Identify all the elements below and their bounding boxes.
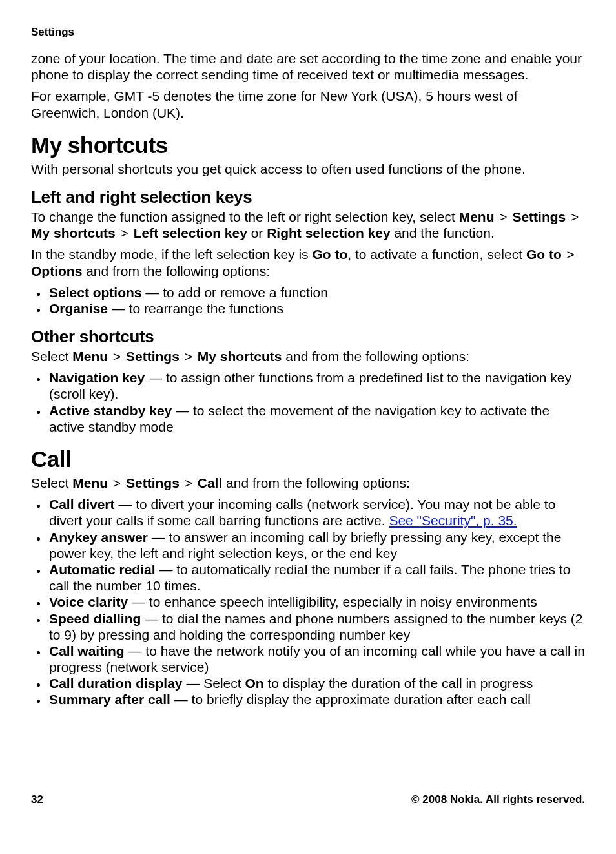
left-right-keys-list: Select options — to add or remove a func… [31,284,585,317]
option-label: Speed dialling [49,611,141,626]
page-footer: 32 © 2008 Nokia. All rights reserved. [31,793,585,806]
heading-my-shortcuts: My shortcuts [31,132,585,158]
list-item: Navigation key — to assign other functio… [48,370,585,402]
list-item: Active standby key — to select the movem… [48,402,585,435]
heading-left-right-keys: Left and right selection keys [31,187,585,207]
text: and from the following options: [82,264,270,278]
option-label: Call duration display [49,676,183,691]
list-item: Call waiting — to have the network notif… [48,643,585,675]
option-label: Active standby key [49,403,172,418]
breadcrumb-separator: > [495,209,513,224]
text: and from the following options: [222,475,410,490]
list-item: Voice clarity — to enhance speech intell… [48,594,585,610]
option-label: Call divert [49,497,115,512]
heading-other-shortcuts: Other shortcuts [31,327,585,347]
option-desc: — to add or remove a function [142,285,328,300]
text: and from the following options: [282,349,469,364]
option-label: Navigation key [49,370,145,385]
other-shortcuts-p: Select Menu > Settings > My shortcuts an… [31,348,585,364]
option-label: Select options [49,285,142,300]
breadcrumb-separator: > [108,475,126,490]
option-label: Voice clarity [49,594,128,609]
go-to-label: Go to [526,247,562,262]
security-link[interactable]: See "Security", p. 35. [389,513,517,528]
left-right-keys-p1: To change the function assigned to the l… [31,209,585,241]
text: and the function. [391,225,495,240]
menu-label: Menu [72,349,108,364]
text: or [247,225,267,240]
option-desc: — to enhance speech intelligibility, esp… [128,594,537,609]
option-label: Organise [49,301,108,316]
breadcrumb-separator: > [180,349,198,364]
call-p: Select Menu > Settings > Call and from t… [31,475,585,491]
settings-label: Settings [512,209,566,224]
page-number: 32 [31,793,43,806]
list-item: Anykey answer — to answer an incoming ca… [48,529,585,561]
go-to-label: Go to [312,247,347,262]
copyright: © 2008 Nokia. All rights reserved. [411,793,585,806]
option-label: Anykey answer [49,530,148,545]
menu-label: Menu [72,475,108,490]
list-item: Select options — to add or remove a func… [48,284,585,300]
breadcrumb-separator: > [562,247,576,262]
text: Select [31,349,72,364]
call-options-list: Call divert — to divert your incoming ca… [31,496,585,707]
list-item: Call duration display — Select On to dis… [48,675,585,691]
option-desc: — to briefly display the approximate dur… [170,692,531,707]
text: Select [31,475,72,490]
left-right-keys-p2: In the standby mode, if the left selecti… [31,246,585,278]
running-header: Settings [31,26,585,39]
option-desc: to display the duration of the call in p… [264,676,533,691]
options-label: Options [31,264,82,278]
on-label: On [245,676,263,691]
right-selection-key-label: Right selection key [267,225,390,240]
text: To change the function assigned to the l… [31,209,459,224]
text: In the standby mode, if the left selecti… [31,247,312,262]
option-desc: — to rearrange the functions [108,301,283,316]
settings-label: Settings [126,349,180,364]
breadcrumb-separator: > [566,209,580,224]
breadcrumb-separator: > [180,475,198,490]
list-item: Summary after call — to briefly display … [48,691,585,707]
settings-label: Settings [126,475,180,490]
list-item: Automatic redial — to automatically redi… [48,561,585,594]
option-label: Automatic redial [49,562,156,577]
call-label: Call [198,475,223,490]
heading-call: Call [31,446,585,472]
option-desc: — Select [183,676,245,691]
breadcrumb-separator: > [108,349,126,364]
option-label: Call waiting [49,643,125,658]
my-shortcuts-lead: With personal shortcuts you get quick ac… [31,161,585,177]
list-item: Call divert — to divert your incoming ca… [48,496,585,528]
intro-paragraph-1: zone of your location. The time and date… [31,50,585,83]
option-label: Summary after call [49,692,170,707]
my-shortcuts-label: My shortcuts [31,225,116,240]
menu-label: Menu [459,209,495,224]
other-shortcuts-list: Navigation key — to assign other functio… [31,370,585,435]
left-selection-key-label: Left selection key [134,225,247,240]
list-item: Organise — to rearrange the functions [48,300,585,317]
intro-paragraph-2: For example, GMT -5 denotes the time zon… [31,88,585,120]
my-shortcuts-label: My shortcuts [198,349,282,364]
text: , to activate a function, select [347,247,526,262]
list-item: Speed dialling — to dial the names and p… [48,610,585,643]
option-desc: — to have the network notify you of an i… [49,643,585,674]
breadcrumb-separator: > [116,225,134,240]
